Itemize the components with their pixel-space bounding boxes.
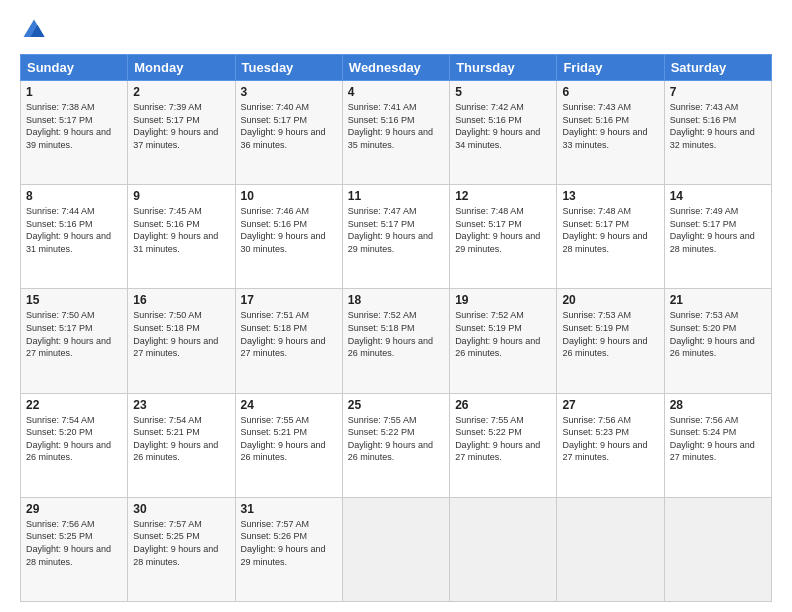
header [20, 16, 772, 44]
day-detail: Sunrise: 7:47 AMSunset: 5:17 PMDaylight:… [348, 206, 433, 254]
calendar-cell: 7 Sunrise: 7:43 AMSunset: 5:16 PMDayligh… [664, 81, 771, 185]
day-detail: Sunrise: 7:49 AMSunset: 5:17 PMDaylight:… [670, 206, 755, 254]
day-detail: Sunrise: 7:43 AMSunset: 5:16 PMDaylight:… [562, 102, 647, 150]
day-detail: Sunrise: 7:48 AMSunset: 5:17 PMDaylight:… [562, 206, 647, 254]
day-detail: Sunrise: 7:55 AMSunset: 5:22 PMDaylight:… [455, 415, 540, 463]
day-number: 18 [348, 293, 444, 307]
day-number: 24 [241, 398, 337, 412]
calendar-cell: 6 Sunrise: 7:43 AMSunset: 5:16 PMDayligh… [557, 81, 664, 185]
day-detail: Sunrise: 7:53 AMSunset: 5:20 PMDaylight:… [670, 310, 755, 358]
day-number: 25 [348, 398, 444, 412]
calendar-cell: 9 Sunrise: 7:45 AMSunset: 5:16 PMDayligh… [128, 185, 235, 289]
day-number: 26 [455, 398, 551, 412]
day-number: 13 [562, 189, 658, 203]
day-detail: Sunrise: 7:54 AMSunset: 5:21 PMDaylight:… [133, 415, 218, 463]
day-detail: Sunrise: 7:52 AMSunset: 5:18 PMDaylight:… [348, 310, 433, 358]
calendar-cell: 28 Sunrise: 7:56 AMSunset: 5:24 PMDaylig… [664, 393, 771, 497]
calendar-cell: 1 Sunrise: 7:38 AMSunset: 5:17 PMDayligh… [21, 81, 128, 185]
day-detail: Sunrise: 7:55 AMSunset: 5:22 PMDaylight:… [348, 415, 433, 463]
weekday-monday: Monday [128, 55, 235, 81]
weekday-header-row: SundayMondayTuesdayWednesdayThursdayFrid… [21, 55, 772, 81]
day-number: 9 [133, 189, 229, 203]
week-row-3: 15 Sunrise: 7:50 AMSunset: 5:17 PMDaylig… [21, 289, 772, 393]
day-detail: Sunrise: 7:39 AMSunset: 5:17 PMDaylight:… [133, 102, 218, 150]
day-detail: Sunrise: 7:41 AMSunset: 5:16 PMDaylight:… [348, 102, 433, 150]
calendar-cell: 27 Sunrise: 7:56 AMSunset: 5:23 PMDaylig… [557, 393, 664, 497]
day-number: 30 [133, 502, 229, 516]
calendar-table: SundayMondayTuesdayWednesdayThursdayFrid… [20, 54, 772, 602]
week-row-1: 1 Sunrise: 7:38 AMSunset: 5:17 PMDayligh… [21, 81, 772, 185]
day-number: 2 [133, 85, 229, 99]
calendar-cell: 2 Sunrise: 7:39 AMSunset: 5:17 PMDayligh… [128, 81, 235, 185]
day-detail: Sunrise: 7:55 AMSunset: 5:21 PMDaylight:… [241, 415, 326, 463]
day-detail: Sunrise: 7:57 AMSunset: 5:25 PMDaylight:… [133, 519, 218, 567]
calendar-cell: 29 Sunrise: 7:56 AMSunset: 5:25 PMDaylig… [21, 497, 128, 601]
day-detail: Sunrise: 7:56 AMSunset: 5:24 PMDaylight:… [670, 415, 755, 463]
day-number: 28 [670, 398, 766, 412]
day-detail: Sunrise: 7:53 AMSunset: 5:19 PMDaylight:… [562, 310, 647, 358]
calendar-cell: 16 Sunrise: 7:50 AMSunset: 5:18 PMDaylig… [128, 289, 235, 393]
calendar-header: SundayMondayTuesdayWednesdayThursdayFrid… [21, 55, 772, 81]
logo-icon [20, 16, 48, 44]
calendar-cell: 30 Sunrise: 7:57 AMSunset: 5:25 PMDaylig… [128, 497, 235, 601]
day-number: 14 [670, 189, 766, 203]
day-number: 15 [26, 293, 122, 307]
calendar-cell: 8 Sunrise: 7:44 AMSunset: 5:16 PMDayligh… [21, 185, 128, 289]
day-detail: Sunrise: 7:54 AMSunset: 5:20 PMDaylight:… [26, 415, 111, 463]
calendar-body: 1 Sunrise: 7:38 AMSunset: 5:17 PMDayligh… [21, 81, 772, 602]
day-detail: Sunrise: 7:56 AMSunset: 5:23 PMDaylight:… [562, 415, 647, 463]
calendar-cell [342, 497, 449, 601]
calendar-cell: 18 Sunrise: 7:52 AMSunset: 5:18 PMDaylig… [342, 289, 449, 393]
day-number: 10 [241, 189, 337, 203]
day-detail: Sunrise: 7:40 AMSunset: 5:17 PMDaylight:… [241, 102, 326, 150]
day-detail: Sunrise: 7:43 AMSunset: 5:16 PMDaylight:… [670, 102, 755, 150]
day-number: 21 [670, 293, 766, 307]
day-detail: Sunrise: 7:45 AMSunset: 5:16 PMDaylight:… [133, 206, 218, 254]
calendar-cell [557, 497, 664, 601]
day-number: 11 [348, 189, 444, 203]
calendar-cell: 4 Sunrise: 7:41 AMSunset: 5:16 PMDayligh… [342, 81, 449, 185]
day-detail: Sunrise: 7:50 AMSunset: 5:18 PMDaylight:… [133, 310, 218, 358]
calendar-cell: 22 Sunrise: 7:54 AMSunset: 5:20 PMDaylig… [21, 393, 128, 497]
day-number: 31 [241, 502, 337, 516]
day-number: 16 [133, 293, 229, 307]
week-row-2: 8 Sunrise: 7:44 AMSunset: 5:16 PMDayligh… [21, 185, 772, 289]
calendar-cell: 23 Sunrise: 7:54 AMSunset: 5:21 PMDaylig… [128, 393, 235, 497]
day-number: 5 [455, 85, 551, 99]
day-detail: Sunrise: 7:38 AMSunset: 5:17 PMDaylight:… [26, 102, 111, 150]
day-detail: Sunrise: 7:48 AMSunset: 5:17 PMDaylight:… [455, 206, 540, 254]
day-number: 4 [348, 85, 444, 99]
day-number: 7 [670, 85, 766, 99]
day-detail: Sunrise: 7:52 AMSunset: 5:19 PMDaylight:… [455, 310, 540, 358]
weekday-friday: Friday [557, 55, 664, 81]
day-number: 8 [26, 189, 122, 203]
day-number: 6 [562, 85, 658, 99]
calendar-cell: 13 Sunrise: 7:48 AMSunset: 5:17 PMDaylig… [557, 185, 664, 289]
day-number: 17 [241, 293, 337, 307]
day-number: 22 [26, 398, 122, 412]
weekday-thursday: Thursday [450, 55, 557, 81]
calendar-cell: 12 Sunrise: 7:48 AMSunset: 5:17 PMDaylig… [450, 185, 557, 289]
day-detail: Sunrise: 7:51 AMSunset: 5:18 PMDaylight:… [241, 310, 326, 358]
weekday-wednesday: Wednesday [342, 55, 449, 81]
day-number: 29 [26, 502, 122, 516]
calendar-cell: 21 Sunrise: 7:53 AMSunset: 5:20 PMDaylig… [664, 289, 771, 393]
day-detail: Sunrise: 7:50 AMSunset: 5:17 PMDaylight:… [26, 310, 111, 358]
day-number: 27 [562, 398, 658, 412]
day-detail: Sunrise: 7:42 AMSunset: 5:16 PMDaylight:… [455, 102, 540, 150]
day-detail: Sunrise: 7:46 AMSunset: 5:16 PMDaylight:… [241, 206, 326, 254]
calendar-cell: 14 Sunrise: 7:49 AMSunset: 5:17 PMDaylig… [664, 185, 771, 289]
calendar-cell: 20 Sunrise: 7:53 AMSunset: 5:19 PMDaylig… [557, 289, 664, 393]
day-number: 23 [133, 398, 229, 412]
calendar-cell: 11 Sunrise: 7:47 AMSunset: 5:17 PMDaylig… [342, 185, 449, 289]
day-number: 12 [455, 189, 551, 203]
day-number: 19 [455, 293, 551, 307]
calendar-cell: 17 Sunrise: 7:51 AMSunset: 5:18 PMDaylig… [235, 289, 342, 393]
logo [20, 16, 52, 44]
calendar-page: SundayMondayTuesdayWednesdayThursdayFrid… [0, 0, 792, 612]
calendar-cell: 26 Sunrise: 7:55 AMSunset: 5:22 PMDaylig… [450, 393, 557, 497]
calendar-cell: 10 Sunrise: 7:46 AMSunset: 5:16 PMDaylig… [235, 185, 342, 289]
calendar-cell: 25 Sunrise: 7:55 AMSunset: 5:22 PMDaylig… [342, 393, 449, 497]
calendar-cell [664, 497, 771, 601]
day-number: 1 [26, 85, 122, 99]
